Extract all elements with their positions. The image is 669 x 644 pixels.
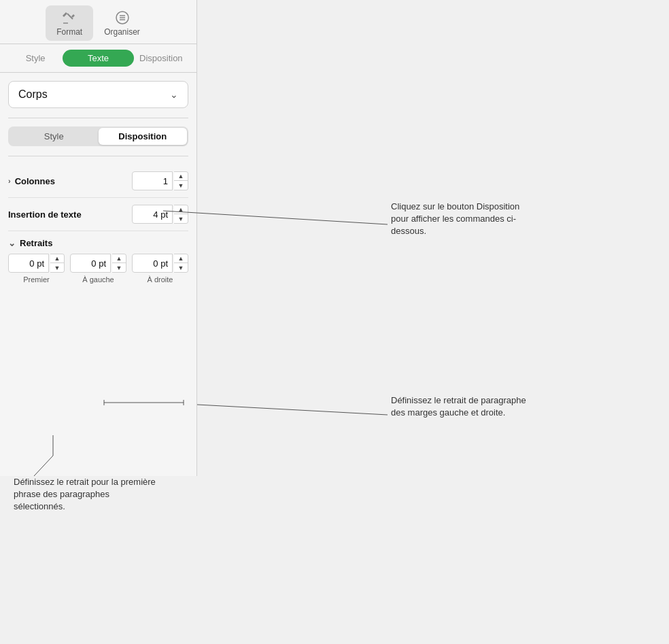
callout-1: Cliquez sur le bouton Disposition pour a… bbox=[391, 201, 527, 238]
colonnes-increment-button[interactable]: ▲ bbox=[174, 172, 188, 181]
insertion-stepper-buttons: ▲ ▼ bbox=[174, 205, 188, 224]
callout-2: Définissez le retrait de paragraphe des … bbox=[391, 394, 527, 419]
format-label: Format bbox=[56, 27, 82, 37]
format-panel: Format Organiser Style Texte Disposition… bbox=[0, 0, 197, 476]
tab-disposition[interactable]: Disposition bbox=[134, 50, 188, 66]
droite-increment-button[interactable]: ▲ bbox=[174, 254, 188, 263]
gauche-increment-button[interactable]: ▲ bbox=[112, 254, 126, 263]
callout-3: Définissez le retrait pour la première p… bbox=[14, 476, 163, 513]
colonnes-stepper: ▲ ▼ bbox=[132, 171, 188, 190]
premier-decrement-button[interactable]: ▼ bbox=[50, 263, 64, 272]
style-dropdown[interactable]: Corps ⌄ bbox=[8, 81, 188, 108]
gauche-input[interactable] bbox=[70, 254, 111, 273]
style-dropdown-value: Corps bbox=[18, 88, 48, 101]
insertion-increment-button[interactable]: ▲ bbox=[174, 205, 188, 214]
gauche-stepper: ▲ ▼ bbox=[70, 254, 126, 273]
colonnes-decrement-button[interactable]: ▼ bbox=[174, 181, 188, 190]
main-tab-bar: Style Texte Disposition bbox=[0, 44, 196, 73]
colonnes-stepper-buttons: ▲ ▼ bbox=[174, 171, 188, 190]
inner-tab-bar: Style Disposition bbox=[8, 126, 188, 146]
retraits-collapse-icon: ⌄ bbox=[8, 238, 16, 248]
insertion-input[interactable] bbox=[132, 205, 173, 224]
organiser-button[interactable]: Organiser bbox=[93, 5, 151, 41]
organiser-icon bbox=[114, 10, 131, 26]
retrait-premier: ▲ ▼ Premier bbox=[8, 254, 65, 284]
gauche-decrement-button[interactable]: ▼ bbox=[112, 263, 126, 272]
inner-tab-style[interactable]: Style bbox=[10, 128, 99, 145]
premier-input[interactable] bbox=[8, 254, 49, 273]
droite-label: À droite bbox=[148, 275, 173, 284]
colonnes-input[interactable] bbox=[132, 171, 173, 190]
insertion-stepper: ▲ ▼ bbox=[132, 205, 188, 224]
tab-texte[interactable]: Texte bbox=[63, 50, 133, 67]
retrait-droite: ▲ ▼ À droite bbox=[132, 254, 188, 284]
premier-stepper: ▲ ▼ bbox=[8, 254, 65, 273]
toolbar: Format Organiser bbox=[0, 0, 196, 44]
expand-icon: › bbox=[8, 177, 11, 185]
droite-input[interactable] bbox=[132, 254, 173, 273]
retraits-inputs-row: ▲ ▼ Premier ▲ ▼ À gauche bbox=[8, 254, 188, 284]
inner-tab-disposition[interactable]: Disposition bbox=[99, 128, 188, 145]
premier-increment-button[interactable]: ▲ bbox=[50, 254, 64, 263]
droite-stepper-buttons: ▲ ▼ bbox=[174, 254, 188, 273]
gauche-stepper-buttons: ▲ ▼ bbox=[112, 254, 126, 273]
divider-2 bbox=[8, 156, 188, 156]
premier-label: Premier bbox=[23, 275, 50, 284]
insertion-label: Insertion de texte bbox=[8, 209, 82, 220]
format-icon bbox=[61, 10, 78, 26]
gauche-label: À gauche bbox=[82, 275, 114, 284]
premier-stepper-buttons: ▲ ▼ bbox=[50, 254, 65, 273]
divider-1 bbox=[8, 118, 188, 118]
insertion-decrement-button[interactable]: ▼ bbox=[174, 214, 188, 223]
insertion-row: Insertion de texte ▲ ▼ bbox=[8, 198, 188, 231]
organiser-label: Organiser bbox=[104, 27, 140, 37]
colonnes-label: › Colonnes bbox=[8, 176, 55, 186]
retraits-section: ⌄ Retraits ▲ ▼ Premier bbox=[8, 231, 188, 286]
svg-line-6 bbox=[197, 405, 388, 415]
panel-content: Corps ⌄ Style Disposition › Colonnes ▲ bbox=[0, 73, 196, 294]
tab-style[interactable]: Style bbox=[8, 50, 63, 66]
chevron-down-icon: ⌄ bbox=[170, 89, 178, 100]
droite-decrement-button[interactable]: ▼ bbox=[174, 263, 188, 272]
format-button[interactable]: Format bbox=[46, 5, 93, 41]
retrait-gauche: ▲ ▼ À gauche bbox=[70, 254, 126, 284]
retraits-label: ⌄ Retraits bbox=[8, 231, 188, 254]
droite-stepper: ▲ ▼ bbox=[132, 254, 188, 273]
colonnes-row: › Colonnes ▲ ▼ bbox=[8, 165, 188, 198]
